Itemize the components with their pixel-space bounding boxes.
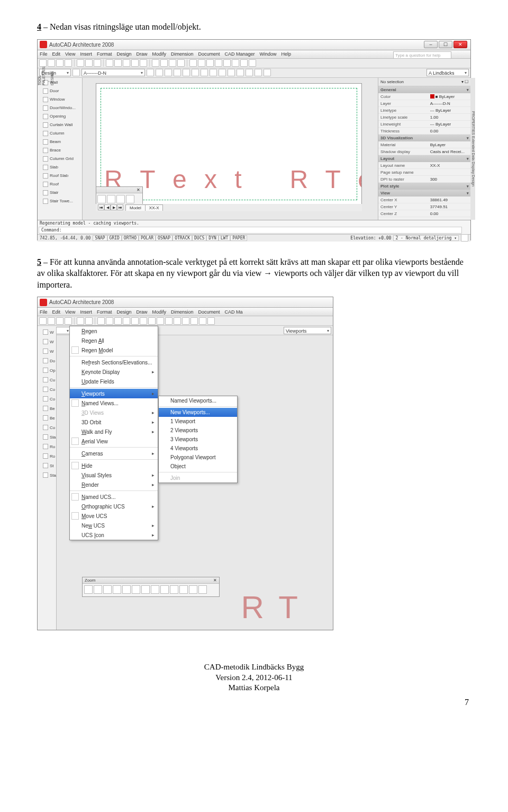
tool-icon[interactable] bbox=[72, 69, 80, 76]
props-row[interactable]: Page setup name bbox=[378, 169, 470, 176]
menu-document[interactable]: Document bbox=[198, 309, 220, 315]
tool-icon[interactable] bbox=[190, 317, 198, 325]
palette-item[interactable]: Wall bbox=[43, 79, 81, 86]
menu-item[interactable]: New UCS bbox=[70, 521, 158, 530]
layout-tab[interactable]: Model bbox=[125, 204, 146, 211]
tool-icon[interactable] bbox=[114, 59, 122, 67]
menu-item[interactable]: Orthographic UCS bbox=[70, 502, 158, 511]
palette-item[interactable]: Op bbox=[43, 366, 56, 374]
palette-item[interactable]: Co bbox=[43, 395, 56, 403]
menu-modify[interactable]: Modify bbox=[152, 309, 166, 315]
tool-icon[interactable] bbox=[199, 317, 206, 325]
menu-item[interactable]: Walk and Fly bbox=[70, 427, 158, 436]
tool-icon[interactable] bbox=[123, 59, 130, 67]
menu-dimension[interactable]: Dimension bbox=[171, 309, 194, 315]
menu-cad ma[interactable]: CAD Ma bbox=[225, 309, 243, 315]
zoom-icon[interactable] bbox=[107, 195, 115, 203]
zoom-icon[interactable] bbox=[170, 585, 178, 594]
status-toggle-snap[interactable]: SNAP bbox=[93, 235, 107, 241]
menu-item[interactable]: Regen All bbox=[70, 336, 158, 345]
props-section[interactable]: Layout bbox=[378, 155, 470, 162]
zoom-close-icon[interactable]: ✕ bbox=[137, 187, 140, 193]
palette-item[interactable]: Slab bbox=[43, 164, 81, 171]
menu-draw[interactable]: Draw bbox=[136, 51, 147, 57]
tool-icon[interactable] bbox=[56, 317, 64, 325]
menu-modify[interactable]: Modify bbox=[152, 51, 166, 57]
tool-icon[interactable] bbox=[189, 59, 197, 67]
submenu-item[interactable]: 2 Viewports bbox=[159, 426, 237, 435]
palette-item[interactable]: Cu bbox=[43, 376, 56, 384]
tool-icon[interactable] bbox=[219, 69, 226, 76]
maximize-button[interactable]: ☐ bbox=[439, 41, 452, 48]
tool-icon[interactable] bbox=[123, 317, 130, 325]
props-row[interactable]: Linetype--- ByLayer bbox=[378, 107, 470, 114]
menu-item[interactable]: Named UCS... bbox=[70, 492, 158, 502]
zoom-icon[interactable] bbox=[160, 585, 169, 594]
tool-icon[interactable] bbox=[152, 59, 159, 67]
submenu-item[interactable]: Polygonal Viewport bbox=[159, 453, 237, 462]
props-row[interactable]: MaterialByLayer bbox=[378, 141, 470, 148]
props-row[interactable]: Lineweight--- ByLayer bbox=[378, 121, 470, 128]
menu-item[interactable]: UCS Icon bbox=[70, 530, 158, 540]
tool-icon[interactable] bbox=[174, 69, 181, 76]
menu-format[interactable]: Format bbox=[97, 51, 112, 57]
tool-icon[interactable] bbox=[106, 59, 113, 67]
menu-item[interactable]: Update Fields bbox=[70, 377, 158, 386]
menu-view[interactable]: View bbox=[65, 51, 75, 57]
cmd-prompt[interactable]: Command: bbox=[41, 228, 62, 233]
tool-icon[interactable] bbox=[131, 317, 139, 325]
tool-icon[interactable] bbox=[182, 317, 189, 325]
props-row[interactable]: Thickness0.00 bbox=[378, 128, 470, 135]
drawing-canvas[interactable]: R T e x t R T e Zoom✕ bbox=[96, 83, 362, 205]
props-section[interactable]: Plot style bbox=[378, 183, 470, 190]
menu-help[interactable]: Help bbox=[282, 51, 292, 57]
tool-icon[interactable] bbox=[56, 59, 64, 67]
tab-nav-button[interactable]: ◀ bbox=[104, 204, 111, 210]
status-toggle-lwt[interactable]: LWT bbox=[219, 235, 230, 241]
palette-item[interactable]: Opening bbox=[43, 113, 81, 120]
menu-item[interactable]: Named Views... bbox=[70, 398, 158, 408]
tool-icon[interactable] bbox=[85, 59, 93, 67]
submenu-item[interactable]: Object bbox=[159, 462, 237, 471]
tool-icon[interactable] bbox=[97, 317, 105, 325]
menu-window[interactable]: Window bbox=[260, 51, 277, 57]
tool-icon[interactable] bbox=[114, 317, 122, 325]
menu-document[interactable]: Document bbox=[198, 51, 220, 57]
status-toggle-paper[interactable]: PAPER bbox=[230, 235, 247, 241]
props-vtab[interactable]: PROPERTIES Extended Data Display Design bbox=[470, 78, 475, 220]
tool-icon[interactable] bbox=[165, 317, 173, 325]
tool-icon[interactable] bbox=[249, 59, 256, 67]
tool-icon[interactable] bbox=[39, 59, 47, 67]
palette-item[interactable]: W bbox=[43, 328, 56, 336]
tool-icon[interactable] bbox=[183, 69, 190, 76]
palette-item[interactable]: Co bbox=[43, 385, 56, 394]
submenu-item[interactable]: Named Viewports... bbox=[159, 396, 237, 405]
props-row[interactable]: Center Y37749.51 bbox=[378, 203, 470, 210]
tool-icon[interactable] bbox=[192, 69, 199, 76]
zoom-icon[interactable] bbox=[96, 195, 96, 203]
menu-item[interactable]: Viewports bbox=[70, 389, 158, 398]
menu-item[interactable]: Visual Styles bbox=[70, 470, 158, 480]
zoom-icon[interactable] bbox=[132, 585, 140, 594]
menu-design[interactable]: Design bbox=[116, 309, 131, 315]
tool-icon[interactable] bbox=[264, 69, 271, 76]
menu-item[interactable]: Aerial View bbox=[70, 436, 158, 446]
submenu-item[interactable]: 4 Viewports bbox=[159, 444, 237, 453]
palette-item[interactable]: Column bbox=[43, 130, 81, 137]
layout-tab[interactable]: XX-X bbox=[145, 204, 164, 211]
tool-icon[interactable] bbox=[165, 69, 172, 76]
submenu-item[interactable]: 1 Viewport bbox=[159, 417, 237, 426]
zoom-icon[interactable] bbox=[94, 585, 102, 594]
submenu-item[interactable]: New Viewports... bbox=[159, 408, 237, 417]
status-toggle-polar[interactable]: POLAR bbox=[139, 235, 156, 241]
menu-cad manager[interactable]: CAD Manager bbox=[225, 51, 255, 57]
tool-icon[interactable] bbox=[232, 59, 239, 67]
tool-icon[interactable] bbox=[48, 59, 55, 67]
menu-item[interactable]: 3D Orbit bbox=[70, 417, 158, 427]
tool-icon[interactable] bbox=[157, 317, 164, 325]
menu-item[interactable]: Hide bbox=[70, 461, 158, 470]
tool-icon[interactable] bbox=[140, 59, 147, 67]
palette-item[interactable]: Curtain Wall bbox=[43, 121, 81, 129]
tool-icon[interactable] bbox=[140, 317, 147, 325]
props-row[interactable]: Linetype scale1.00 bbox=[378, 114, 470, 121]
